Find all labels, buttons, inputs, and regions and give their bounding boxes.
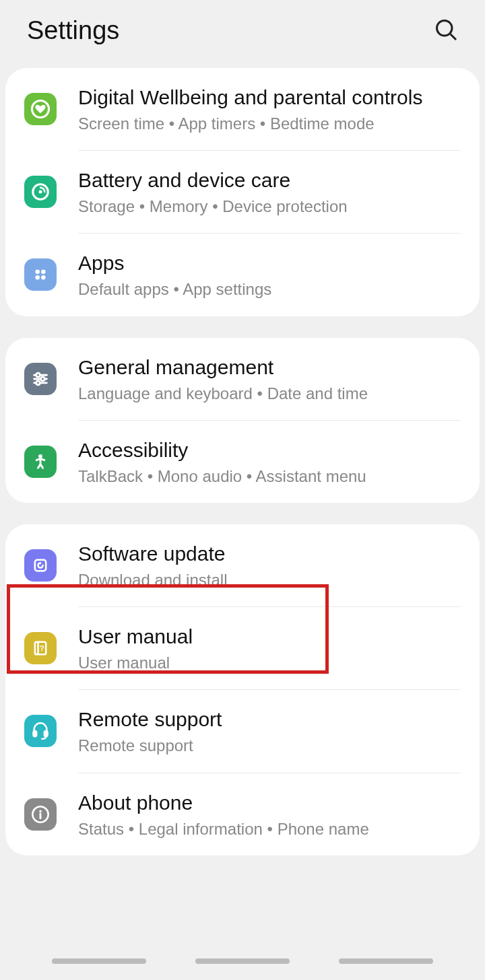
- about-icon: [24, 798, 57, 831]
- item-title: Digital Wellbeing and parental controls: [78, 84, 461, 110]
- item-subtitle: Default apps • App settings: [78, 279, 461, 300]
- settings-item-software-update[interactable]: Software update Download and install: [5, 524, 480, 606]
- settings-item-battery-care[interactable]: Battery and device care Storage • Memory…: [5, 151, 480, 233]
- svg-point-6: [41, 270, 46, 275]
- svg-point-8: [41, 276, 46, 281]
- item-subtitle: Language and keyboard • Date and time: [78, 383, 461, 404]
- item-content: User manual User manual: [78, 623, 461, 673]
- item-content: Software update Download and install: [78, 540, 461, 590]
- page-title: Settings: [27, 16, 119, 45]
- settings-item-general-management[interactable]: General management Language and keyboard…: [5, 338, 480, 420]
- settings-group: Digital Wellbeing and parental controls …: [5, 68, 480, 316]
- item-title: Remote support: [78, 706, 461, 732]
- support-icon: [24, 715, 57, 747]
- settings-item-digital-wellbeing[interactable]: Digital Wellbeing and parental controls …: [5, 68, 480, 150]
- svg-rect-20: [34, 731, 37, 736]
- svg-point-12: [41, 377, 45, 381]
- svg-point-5: [35, 270, 40, 275]
- svg-rect-16: [35, 560, 46, 571]
- item-content: Accessibility TalkBack • Mono audio • As…: [78, 437, 461, 487]
- general-icon: [24, 363, 57, 395]
- search-button[interactable]: [434, 18, 458, 44]
- settings-item-remote-support[interactable]: Remote support Remote support: [5, 690, 480, 772]
- item-subtitle: Remote support: [78, 735, 461, 756]
- nav-bar: [0, 948, 485, 980]
- nav-back[interactable]: [339, 958, 433, 964]
- item-content: Battery and device care Storage • Memory…: [78, 167, 461, 217]
- settings-group: General management Language and keyboard…: [5, 338, 480, 503]
- item-subtitle: User manual: [78, 652, 461, 673]
- wellbeing-icon: [24, 93, 57, 125]
- item-subtitle: Status • Legal information • Phone name: [78, 818, 461, 839]
- settings-item-user-manual[interactable]: ? User manual User manual: [5, 607, 480, 689]
- item-title: Apps: [78, 250, 461, 276]
- item-content: Digital Wellbeing and parental controls …: [78, 84, 461, 134]
- update-icon: [24, 549, 57, 582]
- search-icon: [434, 18, 458, 42]
- manual-icon: ?: [24, 632, 57, 664]
- settings-group: Software update Download and install ? U…: [5, 524, 480, 855]
- svg-text:?: ?: [40, 644, 44, 652]
- svg-point-0: [437, 20, 453, 36]
- item-title: Accessibility: [78, 437, 461, 463]
- svg-point-10: [36, 373, 40, 377]
- accessibility-icon: [24, 446, 57, 478]
- apps-icon: [24, 258, 57, 291]
- header: Settings: [0, 0, 485, 64]
- settings-item-accessibility[interactable]: Accessibility TalkBack • Mono audio • As…: [5, 421, 480, 503]
- settings-item-apps[interactable]: Apps Default apps • App settings: [5, 234, 480, 316]
- svg-point-4: [39, 190, 42, 194]
- item-subtitle: Storage • Memory • Device protection: [78, 196, 461, 217]
- item-subtitle: TalkBack • Mono audio • Assistant menu: [78, 466, 461, 487]
- item-title: General management: [78, 354, 461, 380]
- nav-recents[interactable]: [52, 958, 146, 964]
- item-title: Software update: [78, 540, 461, 567]
- svg-point-7: [35, 276, 40, 281]
- settings-item-about-phone[interactable]: About phone Status • Legal information •…: [5, 773, 480, 855]
- nav-home[interactable]: [195, 958, 290, 964]
- item-content: General management Language and keyboard…: [78, 354, 461, 404]
- item-title: Battery and device care: [78, 167, 461, 193]
- item-title: User manual: [78, 623, 461, 650]
- svg-point-14: [36, 381, 40, 385]
- battery-care-icon: [24, 176, 57, 208]
- item-content: Remote support Remote support: [78, 706, 461, 756]
- svg-line-1: [451, 34, 456, 39]
- item-content: About phone Status • Legal information •…: [78, 790, 461, 839]
- item-content: Apps Default apps • App settings: [78, 250, 461, 300]
- svg-point-23: [39, 810, 42, 812]
- item-subtitle: Download and install: [78, 569, 461, 590]
- item-title: About phone: [78, 790, 461, 816]
- item-subtitle: Screen time • App timers • Bedtime mode: [78, 113, 461, 134]
